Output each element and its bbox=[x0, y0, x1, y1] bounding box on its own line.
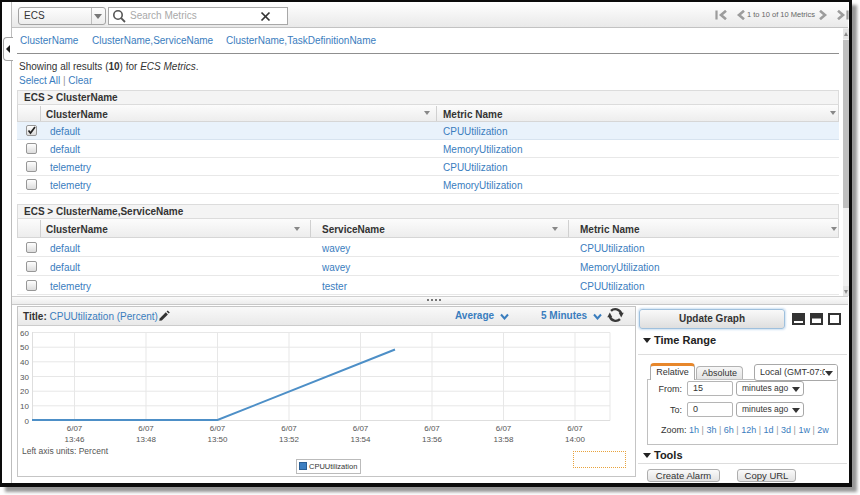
svg-text:13:52: 13:52 bbox=[279, 435, 300, 444]
svg-text:0: 0 bbox=[25, 417, 30, 426]
svg-text:14:00: 14:00 bbox=[565, 435, 586, 444]
svg-text:13:48: 13:48 bbox=[136, 435, 157, 444]
svg-text:6/07: 6/07 bbox=[67, 424, 83, 433]
svg-text:6/07: 6/07 bbox=[281, 424, 297, 433]
svg-text:6/07: 6/07 bbox=[210, 424, 226, 433]
svg-text:13:58: 13:58 bbox=[493, 435, 514, 444]
svg-text:20: 20 bbox=[20, 387, 29, 396]
svg-text:50: 50 bbox=[20, 343, 29, 352]
svg-text:6/07: 6/07 bbox=[138, 424, 154, 433]
svg-text:30: 30 bbox=[20, 373, 29, 382]
svg-text:60: 60 bbox=[20, 329, 29, 338]
svg-text:13:46: 13:46 bbox=[64, 435, 85, 444]
svg-text:13:56: 13:56 bbox=[422, 435, 443, 444]
svg-text:13:54: 13:54 bbox=[350, 435, 371, 444]
svg-text:13:50: 13:50 bbox=[207, 435, 228, 444]
svg-text:6/07: 6/07 bbox=[496, 424, 512, 433]
svg-text:Left axis units: Percent: Left axis units: Percent bbox=[22, 446, 109, 456]
svg-text:10: 10 bbox=[20, 402, 29, 411]
svg-text:6/07: 6/07 bbox=[567, 424, 583, 433]
svg-text:6/07: 6/07 bbox=[424, 424, 440, 433]
svg-text:40: 40 bbox=[20, 358, 29, 367]
svg-text:6/07: 6/07 bbox=[353, 424, 369, 433]
